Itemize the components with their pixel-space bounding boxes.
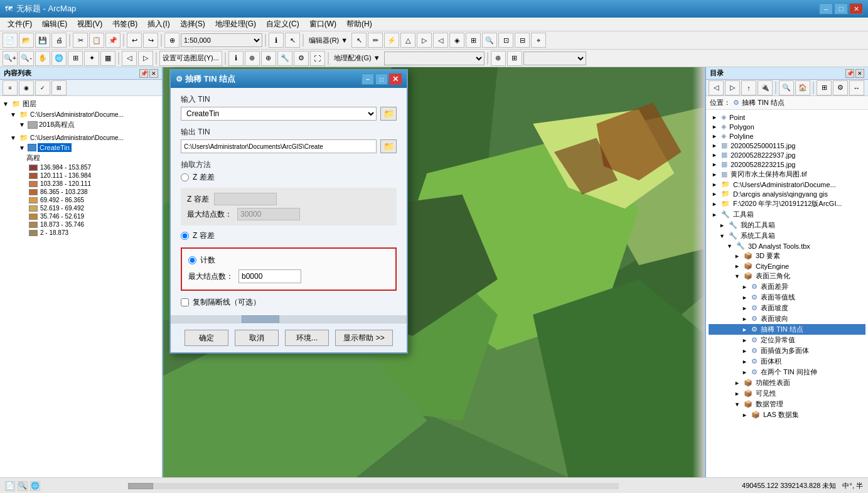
dialog-maximize-btn[interactable]: □ bbox=[375, 73, 388, 85]
count-label-row: 计数 bbox=[188, 255, 389, 266]
input-tin-select[interactable]: CreateTin bbox=[181, 107, 377, 121]
dialog-close-btn[interactable]: ✕ bbox=[389, 73, 402, 85]
radio-z-diff-input[interactable] bbox=[181, 173, 189, 181]
radio-z-tol[interactable]: Z 容差 bbox=[181, 230, 397, 241]
count-label: 计数 bbox=[200, 255, 215, 266]
radio-z-tol-label: Z 容差 bbox=[193, 230, 215, 241]
output-tin-group: 输出 TIN 📁 bbox=[181, 127, 397, 153]
grey-section: Z 容差 最大结点数： bbox=[181, 188, 397, 225]
input-tin-row: CreateTin 📁 bbox=[181, 107, 397, 121]
dialog-footer: 确定 取消 环境... 显示帮助 >> bbox=[171, 323, 407, 352]
ok-button[interactable]: 确定 bbox=[185, 330, 228, 346]
radio-z-diff-label: Z 差差 bbox=[193, 172, 215, 183]
max-nodes-label1: 最大结点数： bbox=[187, 209, 232, 220]
output-tin-input[interactable] bbox=[181, 139, 377, 153]
input-tin-label: 输入 TIN bbox=[181, 94, 397, 105]
output-tin-label: 输出 TIN bbox=[181, 127, 397, 138]
max-nodes-input1 bbox=[237, 208, 300, 220]
method-label: 抽取方法 bbox=[181, 160, 397, 170]
z-diff-label: Z 容差 bbox=[187, 194, 209, 205]
output-tin-browse-btn[interactable]: 📁 bbox=[380, 139, 397, 153]
radio-z-tol-input[interactable] bbox=[181, 232, 189, 240]
dialog: ⚙ 抽稀 TIN 结点 – □ ✕ 输入 TIN CreateTin 📁 输出 … bbox=[169, 69, 408, 354]
dialog-content: 输入 TIN CreateTin 📁 输出 TIN 📁 抽取方法 bbox=[171, 88, 407, 314]
dialog-titlebar: ⚙ 抽稀 TIN 结点 – □ ✕ bbox=[171, 70, 407, 88]
method-group: 抽取方法 Z 差差 Z 容差 最大结点数： bbox=[181, 160, 397, 241]
output-tin-row: 📁 bbox=[181, 139, 397, 153]
modal-overlay: ⚙ 抽稀 TIN 结点 – □ ✕ 输入 TIN CreateTin 📁 输出 … bbox=[0, 0, 868, 493]
cancel-button[interactable]: 取消 bbox=[235, 330, 279, 346]
help-button[interactable]: 显示帮助 >> bbox=[335, 330, 392, 346]
max-nodes-input2[interactable] bbox=[238, 269, 301, 283]
dialog-scrollbar-thumb[interactable] bbox=[242, 315, 279, 323]
checkbox-row: 复制隔断线（可选） bbox=[181, 297, 397, 308]
max-nodes-row1: 最大结点数： bbox=[187, 208, 390, 220]
copy-label: 复制隔断线（可选） bbox=[193, 297, 260, 308]
dialog-scrollbar[interactable] bbox=[171, 315, 407, 323]
radio-group: Z 差差 bbox=[181, 172, 397, 183]
dialog-minimize-btn[interactable]: – bbox=[362, 73, 374, 85]
radio-z-diff[interactable]: Z 差差 bbox=[181, 172, 397, 183]
z-diff-input bbox=[214, 193, 277, 205]
count-radio[interactable] bbox=[188, 256, 196, 264]
input-tin-group: 输入 TIN CreateTin 📁 bbox=[181, 94, 397, 121]
env-button[interactable]: 环境... bbox=[285, 330, 329, 346]
input-tin-browse-btn[interactable]: 📁 bbox=[380, 107, 397, 121]
dialog-icon: ⚙ bbox=[176, 75, 183, 84]
max-nodes-row2: 最大结点数： bbox=[188, 269, 389, 283]
z-diff-row: Z 容差 bbox=[187, 193, 390, 205]
dialog-title: 抽稀 TIN 结点 bbox=[185, 73, 362, 85]
count-section: 计数 最大结点数： bbox=[181, 247, 397, 291]
radio-group2: Z 容差 bbox=[181, 230, 397, 241]
max-nodes-label2: 最大结点数： bbox=[188, 271, 233, 282]
copy-checkbox[interactable] bbox=[181, 298, 189, 306]
